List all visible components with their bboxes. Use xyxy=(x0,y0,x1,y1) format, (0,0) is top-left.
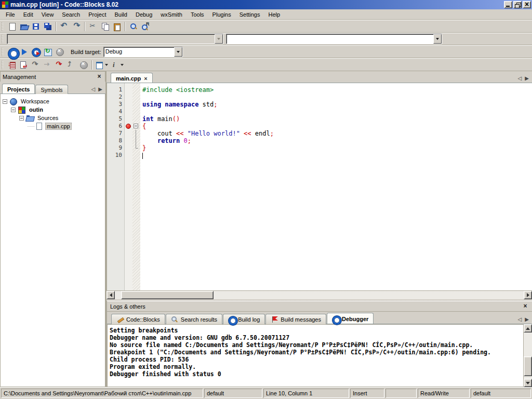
copy-button[interactable] xyxy=(99,21,111,32)
fold-cell[interactable] xyxy=(132,123,140,130)
scroll-left-button[interactable] xyxy=(107,291,115,299)
new-file-button[interactable] xyxy=(6,21,18,32)
menu-wxsmith[interactable]: wxSmith xyxy=(157,10,186,19)
breakpoint-cell[interactable] xyxy=(125,115,132,123)
breakpoint-cell[interactable] xyxy=(125,130,132,137)
tab-main-cpp[interactable]: main.cpp xyxy=(111,73,153,83)
tree-item-outin[interactable]: outin xyxy=(2,105,104,114)
breakpoint-cell[interactable] xyxy=(125,86,132,94)
scrollbar-thumb[interactable] xyxy=(121,291,214,299)
log-tab-search-results[interactable]: Search results xyxy=(166,314,222,324)
log-tab-code-blocks[interactable]: Code::Blocks xyxy=(111,314,165,324)
scroll-right-button[interactable] xyxy=(524,291,532,299)
step-out-button[interactable] xyxy=(65,59,77,71)
scrollbar-thumb[interactable] xyxy=(524,356,532,376)
fold-cell[interactable] xyxy=(132,137,140,144)
breakpoint-cell[interactable] xyxy=(125,137,132,144)
build-and-run-button[interactable] xyxy=(30,46,42,58)
debug-continue-button[interactable] xyxy=(6,59,18,71)
fold-cell[interactable] xyxy=(132,152,140,159)
breakpoint-cell[interactable] xyxy=(125,108,132,115)
menu-build[interactable]: Build xyxy=(111,10,130,19)
menu-debug[interactable]: Debug xyxy=(132,10,156,19)
tab-scroll-right-icon[interactable] xyxy=(98,87,102,92)
tab-symbols[interactable]: Symbols xyxy=(35,85,68,94)
cut-button[interactable] xyxy=(87,21,99,32)
breakpoint-cell[interactable] xyxy=(125,94,132,101)
tab-scroll-left-icon[interactable] xyxy=(91,87,96,92)
step-into-button[interactable] xyxy=(42,59,54,71)
fold-collapse-icon[interactable] xyxy=(134,124,138,128)
menu-search[interactable]: Search xyxy=(58,10,84,19)
build-target-dropdown[interactable] xyxy=(174,47,182,57)
tab-scroll-left-icon[interactable] xyxy=(518,76,522,81)
management-close-icon[interactable]: × xyxy=(96,73,103,81)
tab-scroll-left-icon[interactable] xyxy=(518,317,522,322)
replace-button[interactable]: R xyxy=(139,21,151,32)
save-file-button[interactable] xyxy=(30,21,42,32)
various-info-button[interactable] xyxy=(110,59,125,71)
toolbar-grip[interactable] xyxy=(2,22,4,31)
fold-cell[interactable] xyxy=(132,86,140,94)
paste-button[interactable] xyxy=(111,21,123,32)
scroll-down-button[interactable] xyxy=(524,379,532,387)
toolbar-grip[interactable] xyxy=(2,48,4,56)
run-to-cursor-button[interactable] xyxy=(18,59,30,71)
save-all-button[interactable] xyxy=(42,21,54,32)
build-target-combobox[interactable]: Debug xyxy=(103,47,183,57)
log-tab-debugger[interactable]: Debugger xyxy=(327,313,374,324)
run-button[interactable] xyxy=(18,46,30,58)
scrollbar-track[interactable] xyxy=(524,332,532,379)
menu-view[interactable]: View xyxy=(38,10,58,19)
fold-cell[interactable] xyxy=(132,101,140,108)
open-file-button[interactable] xyxy=(18,21,30,32)
minimize-button[interactable] xyxy=(504,1,512,8)
breakpoint-cell[interactable] xyxy=(125,144,132,152)
next-line-button[interactable] xyxy=(30,59,42,71)
redo-button[interactable] xyxy=(70,21,82,32)
next-instruction-button[interactable] xyxy=(54,59,65,71)
tree-expander-icon[interactable] xyxy=(3,99,7,104)
tree-item-main-cpp[interactable]: main.cpp xyxy=(2,122,104,130)
logs-close-icon[interactable]: × xyxy=(522,303,529,310)
scrollbar-track[interactable] xyxy=(115,291,524,299)
fold-cell[interactable] xyxy=(132,115,140,123)
tree-item-sources[interactable]: Sources xyxy=(2,114,104,122)
menu-plugins[interactable]: Plugins xyxy=(209,10,235,19)
tree-expander-icon[interactable] xyxy=(11,108,16,112)
toolbar-grip[interactable] xyxy=(2,35,4,43)
breakpoint-icon[interactable] xyxy=(126,124,131,129)
breakpoint-marker[interactable] xyxy=(125,123,132,130)
tab-scroll-right-icon[interactable] xyxy=(525,317,529,322)
close-button[interactable] xyxy=(523,1,531,8)
stop-debugger-button[interactable] xyxy=(77,59,89,71)
menu-tools[interactable]: Tools xyxy=(187,10,208,19)
debugger-log-output[interactable]: Setting breakpointsDebugger name and ver… xyxy=(107,324,523,387)
fold-margin[interactable] xyxy=(132,83,140,290)
close-tab-icon[interactable] xyxy=(144,75,147,82)
scope-combobox-dropdown[interactable] xyxy=(215,34,223,44)
restore-button[interactable] xyxy=(513,1,522,8)
function-combobox[interactable] xyxy=(226,34,442,44)
function-combobox-dropdown[interactable] xyxy=(433,34,442,44)
breakpoint-cell[interactable] xyxy=(125,101,132,108)
fold-cell[interactable] xyxy=(132,108,140,115)
log-tab-build-log[interactable]: Build log xyxy=(223,314,265,324)
tab-projects[interactable]: Projects xyxy=(2,84,35,94)
scope-combobox[interactable] xyxy=(7,34,223,44)
find-button[interactable] xyxy=(127,21,139,32)
menu-settings[interactable]: Settings xyxy=(236,10,264,19)
scroll-up-button[interactable] xyxy=(524,324,532,332)
debugging-windows-button[interactable] xyxy=(94,59,110,71)
code-text-area[interactable]: #include <iostream>using namespace std;i… xyxy=(140,83,532,290)
undo-button[interactable] xyxy=(58,21,70,32)
breakpoint-margin[interactable] xyxy=(125,83,132,290)
log-tab-build-messages[interactable]: Build messages xyxy=(265,314,326,324)
menu-help[interactable]: Help xyxy=(264,10,284,19)
menu-edit[interactable]: Edit xyxy=(20,10,37,19)
abort-button[interactable] xyxy=(54,46,65,58)
fold-cell[interactable] xyxy=(132,130,140,137)
code-editor[interactable]: 12345678910 #include <iostream>using nam… xyxy=(107,83,532,290)
menu-file[interactable]: File xyxy=(2,10,19,19)
tab-scroll-right-icon[interactable] xyxy=(525,76,529,81)
